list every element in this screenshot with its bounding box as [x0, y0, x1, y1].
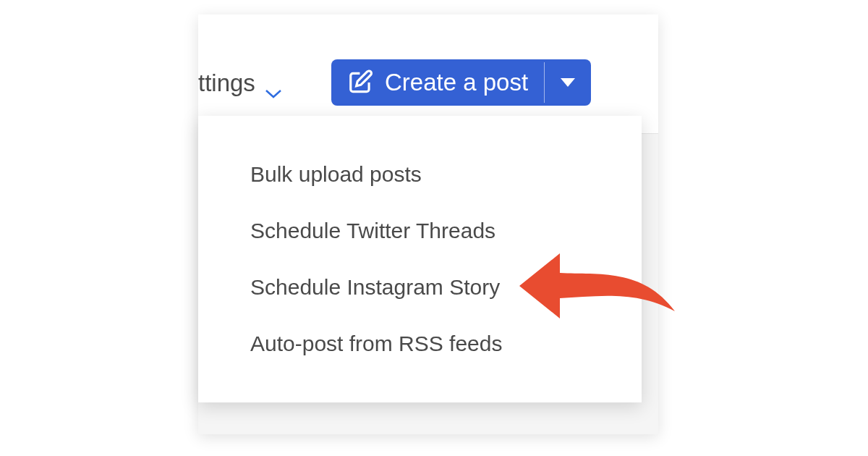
create-post-dropdown-toggle[interactable]	[545, 78, 591, 87]
app-frame: ttings Create a post Bulk upload posts	[198, 14, 658, 434]
create-post-dropdown-menu: Bulk upload posts Schedule Twitter Threa…	[198, 116, 642, 402]
create-post-label: Create a post	[385, 69, 544, 96]
settings-label: ttings	[198, 69, 255, 97]
caret-down-icon	[561, 78, 575, 87]
menu-item-label: Schedule Instagram Story	[250, 275, 500, 299]
menu-item-label: Bulk upload posts	[250, 162, 422, 186]
menu-item-label: Auto-post from RSS feeds	[250, 332, 503, 355]
settings-menu[interactable]: ttings	[198, 69, 283, 97]
compose-icon	[347, 69, 375, 96]
menu-item-schedule-twitter-threads[interactable]: Schedule Twitter Threads	[198, 203, 642, 259]
menu-item-auto-post-rss[interactable]: Auto-post from RSS feeds	[198, 316, 642, 372]
create-post-button[interactable]: Create a post	[331, 59, 591, 106]
menu-item-bulk-upload[interactable]: Bulk upload posts	[198, 146, 642, 203]
menu-item-label: Schedule Twitter Threads	[250, 219, 495, 242]
chevron-down-icon	[264, 77, 283, 89]
menu-item-schedule-instagram-story[interactable]: Schedule Instagram Story	[198, 259, 642, 316]
